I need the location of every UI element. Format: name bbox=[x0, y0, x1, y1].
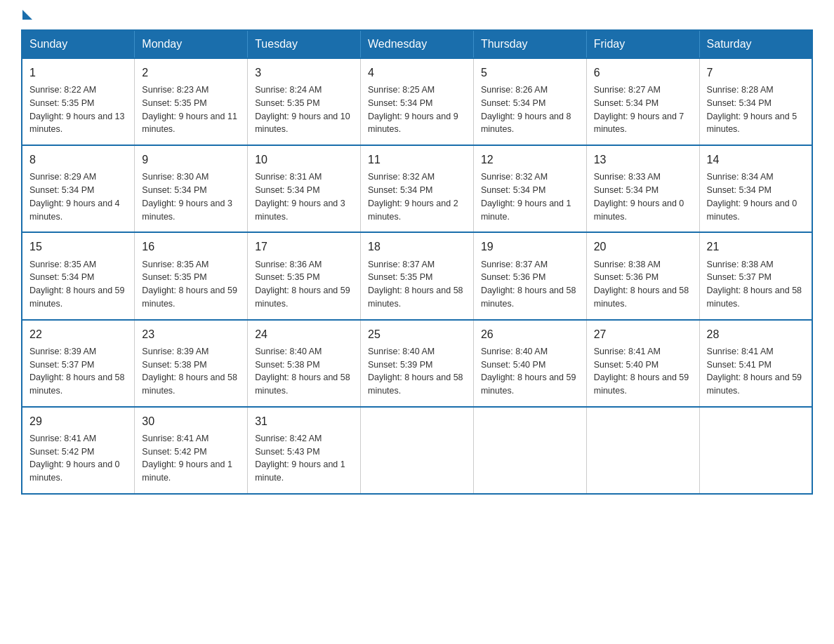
day-number: 17 bbox=[255, 239, 353, 255]
calendar-week-row: 29Sunrise: 8:41 AMSunset: 5:42 PMDayligh… bbox=[22, 407, 812, 494]
calendar-cell: 29Sunrise: 8:41 AMSunset: 5:42 PMDayligh… bbox=[22, 407, 135, 494]
weekday-header-row: SundayMondayTuesdayWednesdayThursdayFrid… bbox=[22, 30, 812, 58]
weekday-header-thursday: Thursday bbox=[473, 30, 586, 58]
day-info: Sunrise: 8:41 AMSunset: 5:41 PMDaylight:… bbox=[707, 345, 805, 398]
day-info: Sunrise: 8:22 AMSunset: 5:35 PMDaylight:… bbox=[29, 83, 127, 136]
day-number: 25 bbox=[368, 326, 466, 342]
day-info: Sunrise: 8:26 AMSunset: 5:34 PMDaylight:… bbox=[481, 83, 579, 136]
logo bbox=[21, 14, 32, 17]
day-info: Sunrise: 8:27 AMSunset: 5:34 PMDaylight:… bbox=[594, 83, 692, 136]
day-info: Sunrise: 8:39 AMSunset: 5:37 PMDaylight:… bbox=[29, 345, 127, 398]
day-info: Sunrise: 8:39 AMSunset: 5:38 PMDaylight:… bbox=[142, 345, 240, 398]
calendar-cell: 9Sunrise: 8:30 AMSunset: 5:34 PMDaylight… bbox=[135, 145, 248, 232]
day-number: 14 bbox=[707, 152, 805, 168]
day-number: 22 bbox=[29, 326, 127, 342]
calendar-cell: 1Sunrise: 8:22 AMSunset: 5:35 PMDaylight… bbox=[22, 58, 135, 145]
weekday-header-tuesday: Tuesday bbox=[248, 30, 361, 58]
calendar-cell: 30Sunrise: 8:41 AMSunset: 5:42 PMDayligh… bbox=[135, 407, 248, 494]
day-number: 10 bbox=[255, 152, 353, 168]
day-info: Sunrise: 8:35 AMSunset: 5:34 PMDaylight:… bbox=[29, 258, 127, 311]
day-number: 29 bbox=[29, 413, 127, 429]
day-number: 4 bbox=[368, 65, 466, 81]
day-info: Sunrise: 8:32 AMSunset: 5:34 PMDaylight:… bbox=[368, 170, 466, 223]
day-info: Sunrise: 8:24 AMSunset: 5:35 PMDaylight:… bbox=[255, 83, 353, 136]
page-header bbox=[21, 14, 813, 17]
calendar-cell: 17Sunrise: 8:36 AMSunset: 5:35 PMDayligh… bbox=[248, 232, 361, 319]
calendar-cell: 21Sunrise: 8:38 AMSunset: 5:37 PMDayligh… bbox=[699, 232, 812, 319]
day-info: Sunrise: 8:36 AMSunset: 5:35 PMDaylight:… bbox=[255, 258, 353, 311]
weekday-header-friday: Friday bbox=[586, 30, 699, 58]
calendar-header: SundayMondayTuesdayWednesdayThursdayFrid… bbox=[22, 30, 812, 58]
day-info: Sunrise: 8:37 AMSunset: 5:36 PMDaylight:… bbox=[481, 258, 579, 311]
day-info: Sunrise: 8:33 AMSunset: 5:34 PMDaylight:… bbox=[594, 170, 692, 223]
day-number: 13 bbox=[594, 152, 692, 168]
day-number: 31 bbox=[255, 413, 353, 429]
day-number: 6 bbox=[594, 65, 692, 81]
day-number: 3 bbox=[255, 65, 353, 81]
weekday-header-saturday: Saturday bbox=[699, 30, 812, 58]
calendar-cell: 18Sunrise: 8:37 AMSunset: 5:35 PMDayligh… bbox=[361, 232, 474, 319]
day-info: Sunrise: 8:23 AMSunset: 5:35 PMDaylight:… bbox=[142, 83, 240, 136]
calendar-cell: 31Sunrise: 8:42 AMSunset: 5:43 PMDayligh… bbox=[248, 407, 361, 494]
calendar-cell: 5Sunrise: 8:26 AMSunset: 5:34 PMDaylight… bbox=[473, 58, 586, 145]
day-info: Sunrise: 8:31 AMSunset: 5:34 PMDaylight:… bbox=[255, 170, 353, 223]
calendar-cell: 11Sunrise: 8:32 AMSunset: 5:34 PMDayligh… bbox=[361, 145, 474, 232]
calendar-cell bbox=[586, 407, 699, 494]
day-number: 5 bbox=[481, 65, 579, 81]
day-number: 21 bbox=[707, 239, 805, 255]
calendar-week-row: 8Sunrise: 8:29 AMSunset: 5:34 PMDaylight… bbox=[22, 145, 812, 232]
day-info: Sunrise: 8:37 AMSunset: 5:35 PMDaylight:… bbox=[368, 258, 466, 311]
day-info: Sunrise: 8:38 AMSunset: 5:36 PMDaylight:… bbox=[594, 258, 692, 311]
weekday-header-wednesday: Wednesday bbox=[361, 30, 474, 58]
calendar-week-row: 1Sunrise: 8:22 AMSunset: 5:35 PMDaylight… bbox=[22, 58, 812, 145]
day-number: 16 bbox=[142, 239, 240, 255]
day-number: 19 bbox=[481, 239, 579, 255]
day-info: Sunrise: 8:32 AMSunset: 5:34 PMDaylight:… bbox=[481, 170, 579, 223]
day-number: 8 bbox=[29, 152, 127, 168]
calendar-cell: 7Sunrise: 8:28 AMSunset: 5:34 PMDaylight… bbox=[699, 58, 812, 145]
day-number: 20 bbox=[594, 239, 692, 255]
weekday-header-sunday: Sunday bbox=[22, 30, 135, 58]
calendar-table: SundayMondayTuesdayWednesdayThursdayFrid… bbox=[21, 29, 813, 495]
day-number: 26 bbox=[481, 326, 579, 342]
day-info: Sunrise: 8:40 AMSunset: 5:38 PMDaylight:… bbox=[255, 345, 353, 398]
calendar-cell bbox=[361, 407, 474, 494]
weekday-header-monday: Monday bbox=[135, 30, 248, 58]
calendar-body: 1Sunrise: 8:22 AMSunset: 5:35 PMDaylight… bbox=[22, 58, 812, 494]
day-info: Sunrise: 8:40 AMSunset: 5:39 PMDaylight:… bbox=[368, 345, 466, 398]
day-info: Sunrise: 8:34 AMSunset: 5:34 PMDaylight:… bbox=[707, 170, 805, 223]
calendar-cell: 27Sunrise: 8:41 AMSunset: 5:40 PMDayligh… bbox=[586, 320, 699, 407]
calendar-cell: 28Sunrise: 8:41 AMSunset: 5:41 PMDayligh… bbox=[699, 320, 812, 407]
calendar-cell: 12Sunrise: 8:32 AMSunset: 5:34 PMDayligh… bbox=[473, 145, 586, 232]
day-info: Sunrise: 8:35 AMSunset: 5:35 PMDaylight:… bbox=[142, 258, 240, 311]
calendar-cell: 4Sunrise: 8:25 AMSunset: 5:34 PMDaylight… bbox=[361, 58, 474, 145]
calendar-cell: 24Sunrise: 8:40 AMSunset: 5:38 PMDayligh… bbox=[248, 320, 361, 407]
day-info: Sunrise: 8:29 AMSunset: 5:34 PMDaylight:… bbox=[29, 170, 127, 223]
day-info: Sunrise: 8:42 AMSunset: 5:43 PMDaylight:… bbox=[255, 432, 353, 485]
day-info: Sunrise: 8:28 AMSunset: 5:34 PMDaylight:… bbox=[707, 83, 805, 136]
day-info: Sunrise: 8:40 AMSunset: 5:40 PMDaylight:… bbox=[481, 345, 579, 398]
day-number: 27 bbox=[594, 326, 692, 342]
day-number: 2 bbox=[142, 65, 240, 81]
calendar-cell: 25Sunrise: 8:40 AMSunset: 5:39 PMDayligh… bbox=[361, 320, 474, 407]
calendar-cell: 22Sunrise: 8:39 AMSunset: 5:37 PMDayligh… bbox=[22, 320, 135, 407]
calendar-cell bbox=[699, 407, 812, 494]
day-number: 18 bbox=[368, 239, 466, 255]
day-number: 11 bbox=[368, 152, 466, 168]
day-number: 1 bbox=[29, 65, 127, 81]
calendar-cell: 14Sunrise: 8:34 AMSunset: 5:34 PMDayligh… bbox=[699, 145, 812, 232]
day-info: Sunrise: 8:41 AMSunset: 5:40 PMDaylight:… bbox=[594, 345, 692, 398]
calendar-cell: 16Sunrise: 8:35 AMSunset: 5:35 PMDayligh… bbox=[135, 232, 248, 319]
calendar-cell bbox=[473, 407, 586, 494]
day-info: Sunrise: 8:25 AMSunset: 5:34 PMDaylight:… bbox=[368, 83, 466, 136]
day-number: 7 bbox=[707, 65, 805, 81]
calendar-cell: 2Sunrise: 8:23 AMSunset: 5:35 PMDaylight… bbox=[135, 58, 248, 145]
calendar-cell: 19Sunrise: 8:37 AMSunset: 5:36 PMDayligh… bbox=[473, 232, 586, 319]
day-info: Sunrise: 8:38 AMSunset: 5:37 PMDaylight:… bbox=[707, 258, 805, 311]
calendar-cell: 23Sunrise: 8:39 AMSunset: 5:38 PMDayligh… bbox=[135, 320, 248, 407]
day-info: Sunrise: 8:41 AMSunset: 5:42 PMDaylight:… bbox=[142, 432, 240, 485]
calendar-cell: 3Sunrise: 8:24 AMSunset: 5:35 PMDaylight… bbox=[248, 58, 361, 145]
day-info: Sunrise: 8:30 AMSunset: 5:34 PMDaylight:… bbox=[142, 170, 240, 223]
calendar-cell: 13Sunrise: 8:33 AMSunset: 5:34 PMDayligh… bbox=[586, 145, 699, 232]
day-number: 28 bbox=[707, 326, 805, 342]
